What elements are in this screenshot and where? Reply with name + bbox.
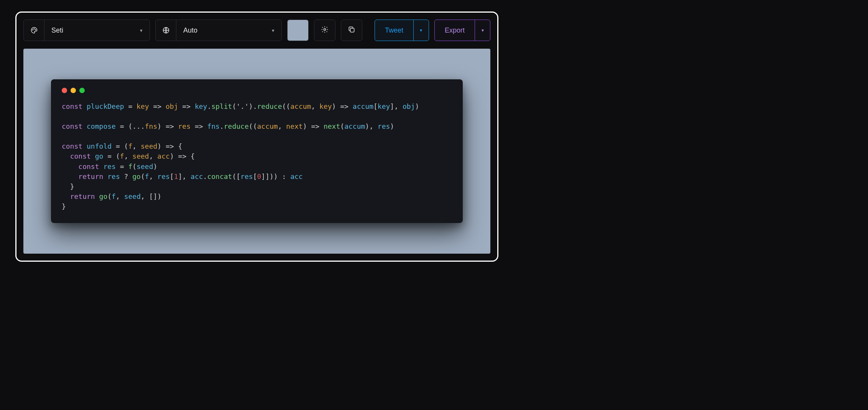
- svg-rect-5: [350, 28, 354, 32]
- code-editor[interactable]: const pluckDeep = key => obj => key.spli…: [62, 102, 452, 212]
- export-button-label: Export: [435, 20, 475, 41]
- tweet-button-label: Tweet: [375, 20, 413, 41]
- svg-point-0: [32, 30, 33, 30]
- theme-select[interactable]: Seti ▾: [23, 20, 150, 41]
- copy-icon: [348, 26, 355, 35]
- chevron-down-icon: ▾: [482, 28, 484, 33]
- svg-point-4: [324, 28, 326, 30]
- chevron-down-icon: ▾: [272, 28, 275, 33]
- globe-icon: [156, 20, 176, 41]
- background-color-picker[interactable]: [287, 20, 309, 41]
- code-window: const pluckDeep = key => obj => key.spli…: [51, 79, 463, 223]
- toolbar: Seti ▾ Auto ▾ Tweet: [23, 20, 490, 41]
- svg-point-1: [34, 28, 35, 29]
- palette-icon: [24, 20, 44, 41]
- gear-icon: [321, 26, 329, 35]
- svg-point-2: [35, 30, 36, 30]
- theme-select-value: Seti: [51, 26, 63, 34]
- app-frame: Seti ▾ Auto ▾ Tweet: [15, 11, 498, 262]
- settings-button[interactable]: [314, 20, 335, 41]
- tweet-dropdown-toggle[interactable]: ▾: [413, 20, 429, 41]
- window-controls: [62, 88, 452, 93]
- chevron-down-icon: ▾: [420, 28, 422, 33]
- language-select-value: Auto: [183, 26, 197, 34]
- tweet-button[interactable]: Tweet ▾: [375, 20, 429, 41]
- language-select[interactable]: Auto ▾: [155, 20, 282, 41]
- preview-canvas[interactable]: const pluckDeep = key => obj => key.spli…: [23, 49, 490, 254]
- export-button[interactable]: Export ▾: [434, 20, 490, 41]
- minimize-dot-icon: [71, 88, 76, 93]
- zoom-dot-icon: [79, 88, 85, 93]
- chevron-down-icon: ▾: [140, 28, 143, 33]
- close-dot-icon: [62, 88, 67, 93]
- copy-button[interactable]: [341, 20, 362, 41]
- export-dropdown-toggle[interactable]: ▾: [475, 20, 490, 41]
